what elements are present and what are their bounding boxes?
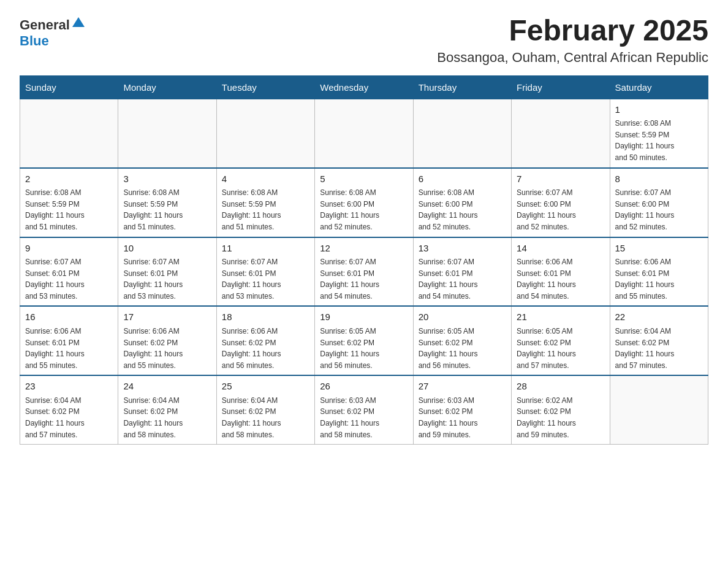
day-number: 20 [419, 310, 506, 324]
day-info: Sunrise: 6:03 AMSunset: 6:02 PMDaylight:… [419, 395, 506, 440]
calendar-cell [118, 99, 216, 167]
day-number: 21 [517, 310, 604, 324]
calendar-cell [610, 375, 708, 444]
day-header-thursday: Thursday [413, 75, 511, 99]
calendar-cell [315, 99, 413, 167]
calendar-cell: 18Sunrise: 6:06 AMSunset: 6:02 PMDayligh… [216, 306, 314, 375]
day-info: Sunrise: 6:03 AMSunset: 6:02 PMDaylight:… [320, 395, 408, 440]
calendar-cell: 28Sunrise: 6:02 AMSunset: 6:02 PMDayligh… [512, 375, 610, 444]
day-number: 5 [320, 172, 408, 186]
day-number: 17 [123, 310, 211, 324]
calendar-week-row: 9Sunrise: 6:07 AMSunset: 6:01 PMDaylight… [20, 237, 708, 307]
page-header: General Blue February 2025 Bossangoa, Ou… [20, 15, 708, 66]
calendar-cell: 21Sunrise: 6:05 AMSunset: 6:02 PMDayligh… [512, 306, 610, 375]
day-info: Sunrise: 6:06 AMSunset: 6:02 PMDaylight:… [222, 326, 309, 371]
logo-triangle-icon [71, 15, 86, 29]
day-info: Sunrise: 6:08 AMSunset: 5:59 PMDaylight:… [123, 187, 211, 232]
day-info: Sunrise: 6:08 AMSunset: 5:59 PMDaylight:… [615, 118, 703, 163]
day-header-saturday: Saturday [610, 75, 708, 99]
day-info: Sunrise: 6:07 AMSunset: 6:01 PMDaylight:… [222, 256, 309, 302]
calendar-cell [413, 99, 511, 167]
calendar-cell: 2Sunrise: 6:08 AMSunset: 5:59 PMDaylight… [20, 168, 118, 237]
svg-marker-0 [72, 17, 85, 27]
day-info: Sunrise: 6:05 AMSunset: 6:02 PMDaylight:… [517, 326, 604, 371]
day-info: Sunrise: 6:04 AMSunset: 6:02 PMDaylight:… [25, 395, 113, 440]
day-info: Sunrise: 6:08 AMSunset: 5:59 PMDaylight:… [25, 187, 113, 232]
day-header-tuesday: Tuesday [216, 75, 314, 99]
calendar-cell [20, 99, 118, 167]
day-number: 9 [25, 242, 113, 256]
calendar-cell: 19Sunrise: 6:05 AMSunset: 6:02 PMDayligh… [315, 306, 413, 375]
calendar-title: February 2025 [437, 15, 708, 47]
calendar-cell: 25Sunrise: 6:04 AMSunset: 6:02 PMDayligh… [216, 375, 314, 444]
calendar-cell: 8Sunrise: 6:07 AMSunset: 6:00 PMDaylight… [610, 168, 708, 237]
calendar-cell: 12Sunrise: 6:07 AMSunset: 6:01 PMDayligh… [315, 237, 413, 307]
calendar-subtitle: Bossangoa, Ouham, Central African Republ… [437, 50, 708, 66]
calendar-cell: 11Sunrise: 6:07 AMSunset: 6:01 PMDayligh… [216, 237, 314, 307]
day-info: Sunrise: 6:04 AMSunset: 6:02 PMDaylight:… [123, 395, 211, 440]
day-info: Sunrise: 6:07 AMSunset: 6:00 PMDaylight:… [615, 187, 703, 232]
calendar-cell: 5Sunrise: 6:08 AMSunset: 6:00 PMDaylight… [315, 168, 413, 237]
calendar-cell: 4Sunrise: 6:08 AMSunset: 5:59 PMDaylight… [216, 168, 314, 237]
logo-general: General [20, 17, 70, 33]
calendar-cell: 9Sunrise: 6:07 AMSunset: 6:01 PMDaylight… [20, 237, 118, 307]
day-info: Sunrise: 6:08 AMSunset: 5:59 PMDaylight:… [222, 187, 309, 232]
day-number: 26 [320, 380, 408, 394]
calendar-cell [512, 99, 610, 167]
day-info: Sunrise: 6:06 AMSunset: 6:02 PMDaylight:… [123, 326, 211, 371]
day-header-wednesday: Wednesday [315, 75, 413, 99]
day-number: 23 [25, 380, 113, 394]
calendar-cell: 26Sunrise: 6:03 AMSunset: 6:02 PMDayligh… [315, 375, 413, 444]
day-info: Sunrise: 6:04 AMSunset: 6:02 PMDaylight:… [615, 326, 703, 371]
day-number: 14 [517, 242, 604, 256]
day-header-friday: Friday [512, 75, 610, 99]
calendar-cell: 13Sunrise: 6:07 AMSunset: 6:01 PMDayligh… [413, 237, 511, 307]
day-number: 3 [123, 172, 211, 186]
calendar-cell: 14Sunrise: 6:06 AMSunset: 6:01 PMDayligh… [512, 237, 610, 307]
calendar-cell: 17Sunrise: 6:06 AMSunset: 6:02 PMDayligh… [118, 306, 216, 375]
day-info: Sunrise: 6:04 AMSunset: 6:02 PMDaylight:… [222, 395, 309, 440]
day-info: Sunrise: 6:07 AMSunset: 6:01 PMDaylight:… [419, 256, 506, 302]
day-info: Sunrise: 6:07 AMSunset: 6:01 PMDaylight:… [123, 256, 211, 302]
day-info: Sunrise: 6:06 AMSunset: 6:01 PMDaylight:… [615, 256, 703, 302]
day-info: Sunrise: 6:07 AMSunset: 6:00 PMDaylight:… [517, 187, 604, 232]
day-number: 10 [123, 242, 211, 256]
calendar-week-row: 2Sunrise: 6:08 AMSunset: 5:59 PMDaylight… [20, 168, 708, 237]
calendar-cell: 20Sunrise: 6:05 AMSunset: 6:02 PMDayligh… [413, 306, 511, 375]
day-number: 1 [615, 103, 703, 117]
day-number: 18 [222, 310, 309, 324]
day-info: Sunrise: 6:07 AMSunset: 6:01 PMDaylight:… [320, 256, 408, 302]
calendar-cell: 3Sunrise: 6:08 AMSunset: 5:59 PMDaylight… [118, 168, 216, 237]
calendar-cell [216, 99, 314, 167]
day-number: 6 [419, 172, 506, 186]
logo-text: General Blue [20, 15, 86, 49]
calendar-week-row: 1Sunrise: 6:08 AMSunset: 5:59 PMDaylight… [20, 99, 708, 167]
day-info: Sunrise: 6:06 AMSunset: 6:01 PMDaylight:… [517, 256, 604, 302]
day-info: Sunrise: 6:02 AMSunset: 6:02 PMDaylight:… [517, 395, 604, 440]
day-number: 8 [615, 172, 703, 186]
calendar-header: SundayMondayTuesdayWednesdayThursdayFrid… [20, 75, 708, 99]
calendar-body: 1Sunrise: 6:08 AMSunset: 5:59 PMDaylight… [20, 99, 708, 444]
calendar-cell: 22Sunrise: 6:04 AMSunset: 6:02 PMDayligh… [610, 306, 708, 375]
day-info: Sunrise: 6:06 AMSunset: 6:01 PMDaylight:… [25, 326, 113, 371]
calendar-cell: 27Sunrise: 6:03 AMSunset: 6:02 PMDayligh… [413, 375, 511, 444]
day-number: 27 [419, 380, 506, 394]
calendar-cell: 16Sunrise: 6:06 AMSunset: 6:01 PMDayligh… [20, 306, 118, 375]
day-number: 22 [615, 310, 703, 324]
days-of-week-row: SundayMondayTuesdayWednesdayThursdayFrid… [20, 75, 708, 99]
day-number: 2 [25, 172, 113, 186]
calendar-cell: 10Sunrise: 6:07 AMSunset: 6:01 PMDayligh… [118, 237, 216, 307]
day-number: 13 [419, 242, 506, 256]
day-info: Sunrise: 6:08 AMSunset: 6:00 PMDaylight:… [419, 187, 506, 232]
calendar-cell: 1Sunrise: 6:08 AMSunset: 5:59 PMDaylight… [610, 99, 708, 167]
day-number: 16 [25, 310, 113, 324]
day-info: Sunrise: 6:07 AMSunset: 6:01 PMDaylight:… [25, 256, 113, 302]
day-header-monday: Monday [118, 75, 216, 99]
calendar-week-row: 23Sunrise: 6:04 AMSunset: 6:02 PMDayligh… [20, 375, 708, 444]
calendar-cell: 6Sunrise: 6:08 AMSunset: 6:00 PMDaylight… [413, 168, 511, 237]
calendar-cell: 15Sunrise: 6:06 AMSunset: 6:01 PMDayligh… [610, 237, 708, 307]
day-number: 4 [222, 172, 309, 186]
calendar-cell: 24Sunrise: 6:04 AMSunset: 6:02 PMDayligh… [118, 375, 216, 444]
day-number: 24 [123, 380, 211, 394]
day-number: 15 [615, 242, 703, 256]
